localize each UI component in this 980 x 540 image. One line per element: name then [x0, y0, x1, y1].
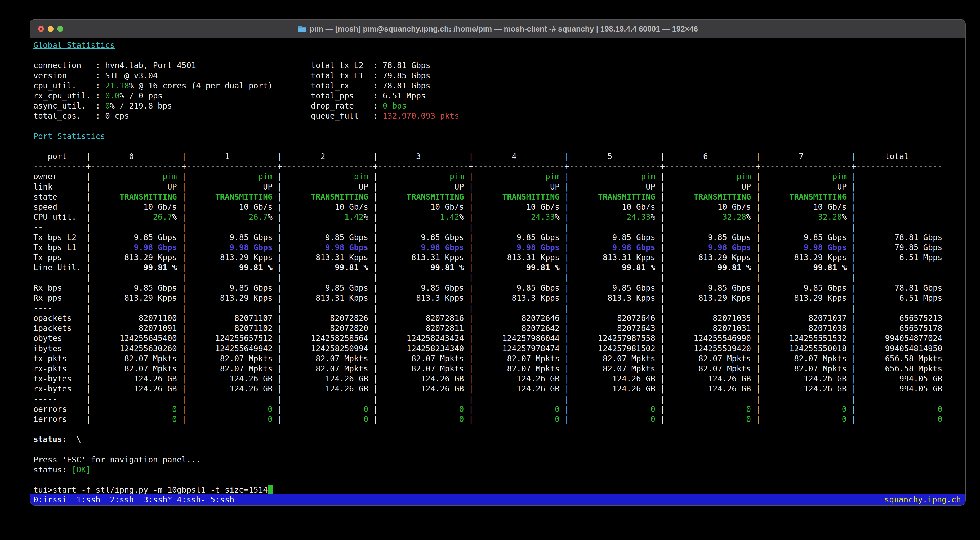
- section-separator-dashes: --- | | | | | | | | |: [33, 273, 856, 282]
- tx-bps-l1-port-0: 9.98 Gbps: [134, 243, 177, 252]
- table-separator: -----------+-------------------+--------…: [33, 162, 965, 172]
- tx-bps-l2-port-4: 9.85 Gbps: [517, 233, 560, 242]
- command-prompt-line: tui>start -f stl/ipng.py -m 10gbpsl1 -t …: [33, 485, 965, 495]
- titlebar[interactable]: pim — [mosh] pim@squanchy.ipng.ch: /home…: [30, 20, 965, 38]
- tx-bps-l1-port-2: 9.98 Gbps: [325, 243, 368, 252]
- cpu-util-port-5: 24.33: [627, 212, 651, 222]
- row-label-oerrors: oerrors |: [33, 405, 91, 414]
- column-header-1: 1 |: [186, 152, 282, 161]
- oerrors-port-6: 0: [746, 405, 751, 414]
- rx-bytes-port-4: 124.26 GB: [517, 384, 560, 393]
- oerrors-port-1: 0: [268, 405, 272, 414]
- scrollbar[interactable]: [951, 41, 951, 491]
- row-label-line-util: Line Util. |: [33, 263, 91, 272]
- folder-icon: [298, 25, 307, 33]
- rx-bytes-port-7: 124.26 GB: [803, 384, 847, 393]
- cpu-util-port-7-unit: %: [842, 212, 847, 222]
- tx-bps-l1-port-1: 9.98 Gbps: [230, 243, 273, 252]
- cpu-util-port-3-unit: %: [459, 212, 464, 222]
- owner-port-6: pim: [737, 172, 751, 181]
- terminal-window: pim — [mosh] pim@squanchy.ipng.ch: /home…: [30, 19, 966, 506]
- gs-label-connection: connection :: [33, 60, 105, 70]
- gs-label-total-pps: total_pps :: [311, 91, 383, 100]
- table-row-owner: owner | pim | pim | pim | pim | pim | pi…: [33, 172, 965, 182]
- opackets-port-7: 82071037: [808, 313, 847, 323]
- rx-pps-port-2: 813.31 Kpps: [316, 293, 368, 303]
- speed-port-0: 10 Gb/s: [143, 202, 177, 211]
- cpu-util-port-0: 26.7: [153, 212, 172, 222]
- blank-line: [33, 424, 965, 434]
- rx-pps-port-7: 813.29 Kpps: [794, 293, 847, 303]
- esc-hint-line: Press 'ESC' for navigation panel...: [33, 455, 965, 465]
- row-label-tx-bps-l2: Tx bps L2 |: [33, 233, 91, 242]
- tx-bytes-port-2: 124.26 GB: [325, 374, 368, 383]
- status-spinner-line: status: \: [33, 434, 965, 445]
- gs-value-version: STL @ v3.04: [105, 71, 158, 80]
- minimize-button[interactable]: [48, 26, 54, 32]
- oerrors-total: 0: [938, 405, 942, 414]
- tx-pps-total: 6.51 Mpps: [899, 253, 942, 262]
- gs-value-total-cps: 0 cps: [105, 111, 129, 121]
- column-header-0: 0 |: [91, 152, 186, 161]
- oerrors-port-5: 0: [651, 405, 655, 414]
- owner-port-4: pim: [546, 172, 560, 181]
- ipackets-port-4: 82072642: [521, 324, 560, 333]
- separator-dashes: -----------+-------------------+--------…: [33, 162, 942, 171]
- gs-label-version: version :: [33, 71, 105, 80]
- tx-bytes-port-1: 124.26 GB: [230, 374, 273, 383]
- rx-bps-port-4: 9.85 Gbps: [517, 283, 560, 292]
- ierrors-port-4: 0: [555, 415, 560, 424]
- table-row-tx-bps-l1: Tx bps L1 | 9.98 Gbps | 9.98 Gbps | 9.98…: [33, 243, 965, 253]
- status-ok-line: status: [OK]: [33, 465, 965, 475]
- cpu-util-port-1-unit: %: [268, 212, 272, 222]
- tx-pps-port-4: 813.31 Kpps: [507, 253, 560, 262]
- ibytes-port-0: 124255630260: [119, 344, 177, 353]
- ierrors-port-6: 0: [746, 415, 751, 424]
- tx-bytes-port-0: 124.26 GB: [134, 374, 177, 383]
- tx-pps-port-2: 813.31 Kpps: [316, 253, 368, 262]
- tx-pkts-port-5: 82.07 Mpkts: [603, 354, 655, 363]
- row-label-tx-pps: Tx pps |: [33, 253, 91, 262]
- tx-bps-l2-port-0: 9.85 Gbps: [134, 233, 177, 242]
- close-button[interactable]: [38, 26, 44, 32]
- column-header-7: 7 |: [760, 152, 856, 161]
- tmux-hostname: squanchy.ipng.ch: [885, 495, 961, 504]
- tx-pkts-port-4: 82.07 Mpkts: [507, 354, 560, 363]
- tx-pkts-port-0: 82.07 Mpkts: [124, 354, 177, 363]
- rx-pkts-port-0: 82.07 Mpkts: [124, 364, 177, 373]
- tx-pps-port-1: 813.29 Kpps: [220, 253, 272, 262]
- rx-bytes-total: 994.05 GB: [899, 384, 942, 393]
- tx-pps-port-5: 813.31 Kpps: [603, 253, 655, 262]
- row-label-rx-bytes: rx-bytes |: [33, 384, 91, 393]
- rx-bytes-port-6: 124.26 GB: [708, 384, 751, 393]
- tx-bps-l2-port-7: 9.85 Gbps: [803, 233, 847, 242]
- esc-hint-text: Press 'ESC' for navigation panel...: [33, 455, 201, 464]
- tx-bps-l1-port-4: 9.98 Gbps: [517, 243, 560, 252]
- owner-port-7: pim: [832, 172, 846, 181]
- section-separator-dashes: ----- | | | | | | | | |: [33, 394, 856, 404]
- zoom-button[interactable]: [57, 26, 63, 32]
- state-port-3: TRANSMITTING: [407, 192, 464, 202]
- window-controls: [38, 20, 63, 38]
- rx-bytes-port-2: 124.26 GB: [325, 384, 368, 393]
- command-input: tui>start -f stl/ipng.py -m 10gbpsl1 -t …: [33, 485, 268, 494]
- rx-pps-port-1: 813.29 Kpps: [220, 293, 272, 303]
- state-port-5: TRANSMITTING: [598, 192, 655, 202]
- gs-label-total-tx-l2: total_tx_L2 :: [311, 60, 383, 70]
- ierrors-port-5: 0: [651, 415, 655, 424]
- terminal-screen[interactable]: Global Statisticsconnection : hvn4.lab, …: [30, 38, 965, 505]
- state-port-1: TRANSMITTING: [215, 192, 272, 202]
- owner-port-1: pim: [258, 172, 272, 181]
- global-row-total-cps: total_cps. : 0 cps queue_full : 132,970,…: [33, 111, 965, 121]
- table-row-obytes: obytes | 124255645400 | 124255657512 | 1…: [33, 333, 965, 343]
- tx-bps-l2-port-6: 9.85 Gbps: [708, 233, 751, 242]
- rx-pkts-port-3: 82.07 Mpkts: [411, 364, 464, 373]
- row-label-ipackets: ipackets |: [33, 324, 91, 333]
- blank-line: [33, 445, 965, 455]
- section-separator-dashes: ---- | | | | | | | | |: [33, 303, 856, 313]
- column-header-5: 5 |: [569, 152, 665, 161]
- table-row-ierrors: ierrors | 0 | 0 | 0 | 0 | 0 | 0 | 0 | 0 …: [33, 414, 965, 424]
- table-row-state: state | TRANSMITTING | TRANSMITTING | TR…: [33, 192, 965, 202]
- ierrors-port-0: 0: [172, 415, 177, 424]
- row-label-speed: speed |: [33, 202, 91, 211]
